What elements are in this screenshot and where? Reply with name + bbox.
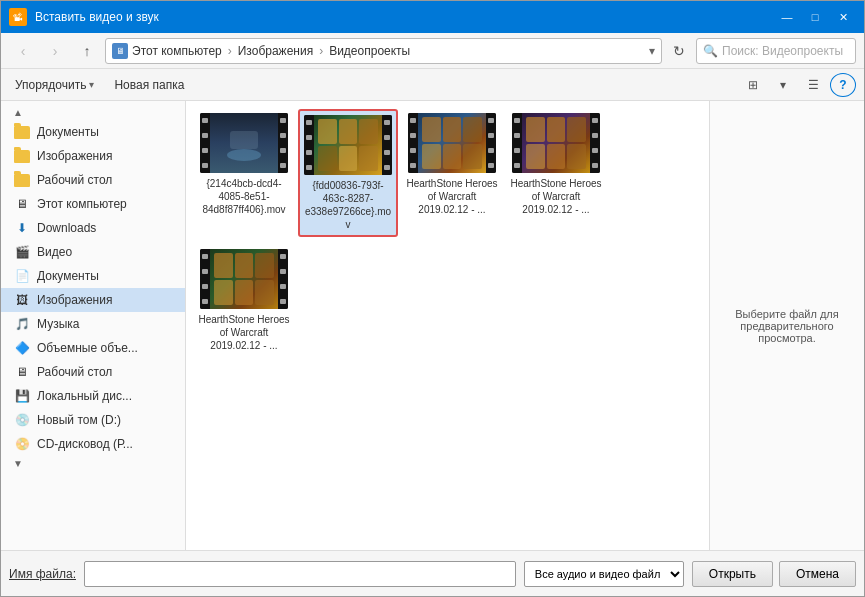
new-folder-label: Новая папка (114, 78, 184, 92)
file-item[interactable]: HearthStone Heroes of Warcraft 2019.02.1… (506, 109, 606, 237)
back-button[interactable]: ‹ (9, 38, 37, 64)
window: 📽 Вставить видео и звук — □ ✕ ‹ › ↑ 🖥 Эт… (0, 0, 865, 597)
preview-panel: Выберите файл для предварительного просм… (709, 101, 864, 550)
organize-label: Упорядочить (15, 78, 86, 92)
view-dropdown-icon[interactable]: ▾ (770, 73, 796, 97)
sidebar-item-label: Рабочий стол (37, 365, 112, 379)
images-icon: 🖼 (13, 292, 31, 308)
view-list-icon[interactable]: ☰ (800, 73, 826, 97)
search-box[interactable]: 🔍 Поиск: Видеопроекты (696, 38, 856, 64)
film-strip-left (200, 249, 210, 309)
chevron-icon: › (228, 44, 232, 58)
sidebar-item-label: Видео (37, 245, 72, 259)
chevron-icon-2: › (319, 44, 323, 58)
maximize-button[interactable]: □ (802, 7, 828, 27)
sidebar-item-label: CD-дисковод (Р... (37, 437, 133, 451)
thumbnail (512, 113, 600, 173)
sidebar-item-documents[interactable]: Документы (1, 120, 185, 144)
open-button[interactable]: Открыть (692, 561, 773, 587)
forward-button[interactable]: › (41, 38, 69, 64)
file-item[interactable]: HearthStone Heroes of Warcraft 2019.02.1… (194, 245, 294, 356)
thumb-image (210, 249, 278, 309)
sidebar-item-video[interactable]: 🎬 Видео (1, 240, 185, 264)
thumb-image (522, 113, 590, 173)
scroll-up[interactable]: ▲ (1, 105, 185, 120)
disk-icon: 💾 (13, 388, 31, 404)
sidebar-item-music[interactable]: 🎵 Музыка (1, 312, 185, 336)
film-strip-left (512, 113, 522, 173)
address-path-2: Изображения (238, 44, 313, 58)
cd-icon: 📀 (13, 436, 31, 452)
bottombar: Имя файла: Все аудио и видео файлы (*.ai… (1, 550, 864, 596)
sidebar-item-computer[interactable]: 🖥 Этот компьютер (1, 192, 185, 216)
sidebar-item-label: Этот компьютер (37, 197, 127, 211)
sidebar-item-label: Музыка (37, 317, 79, 331)
address-path: Этот компьютер (132, 44, 222, 58)
desktop-icon: 🖥 (13, 364, 31, 380)
file-item[interactable]: HearthStone Heroes of Warcraft 2019.02.1… (402, 109, 502, 237)
up-button[interactable]: ↑ (73, 38, 101, 64)
film-strip-right (486, 113, 496, 173)
sidebar-item-3d[interactable]: 🔷 Объемные объе... (1, 336, 185, 360)
film-strip-right (590, 113, 600, 173)
video-icon: 🎬 (13, 244, 31, 260)
organize-arrow-icon: ▾ (89, 79, 94, 90)
address-bar[interactable]: 🖥 Этот компьютер › Изображения › Видеопр… (105, 38, 662, 64)
sidebar-item-downloads[interactable]: ⬇ Downloads (1, 216, 185, 240)
download-icon: ⬇ (13, 220, 31, 236)
new-folder-button[interactable]: Новая папка (108, 75, 190, 95)
filename-label: Имя файла: (9, 567, 76, 581)
file-name: HearthStone Heroes of Warcraft 2019.02.1… (406, 177, 498, 216)
scroll-down[interactable]: ▼ (1, 456, 185, 471)
film-strip-left (200, 113, 210, 173)
file-name: {214c4bcb-dcd4-4085-8e51-84d8f87ff406}.m… (198, 177, 290, 216)
film-strip-right (278, 113, 288, 173)
address-icon: 🖥 (112, 43, 128, 59)
sidebar-item-images[interactable]: Изображения (1, 144, 185, 168)
film-strip-right (382, 115, 392, 175)
sidebar-item-local-disk[interactable]: 💾 Локальный дис... (1, 384, 185, 408)
file-item-selected[interactable]: {fdd00836-793f-463c-8287-e338e97266ce}.m… (298, 109, 398, 237)
cancel-button[interactable]: Отмена (779, 561, 856, 587)
filename-input[interactable] (84, 561, 516, 587)
sidebar-item-cd[interactable]: 📀 CD-дисковод (Р... (1, 432, 185, 456)
sidebar-item-desktop2[interactable]: 🖥 Рабочий стол (1, 360, 185, 384)
window-title: Вставить видео и звук (35, 10, 774, 24)
minimize-button[interactable]: — (774, 7, 800, 27)
address-dropdown-icon[interactable]: ▾ (649, 44, 655, 58)
sidebar-item-label: Изображения (37, 293, 112, 307)
film-strip-right (278, 249, 288, 309)
3d-icon: 🔷 (13, 340, 31, 356)
help-icon[interactable]: ? (830, 73, 856, 97)
thumb-image (210, 113, 278, 173)
file-item[interactable]: {214c4bcb-dcd4-4085-8e51-84d8f87ff406}.m… (194, 109, 294, 237)
organize-button[interactable]: Упорядочить ▾ (9, 75, 100, 95)
main-area: ▲ Документы Изображения Рабочий стол 🖥 Э… (1, 101, 864, 550)
sidebar-item-docs2[interactable]: 📄 Документы (1, 264, 185, 288)
sidebar-item-images2[interactable]: 🖼 Изображения (1, 288, 185, 312)
thumbnail (304, 115, 392, 175)
refresh-button[interactable]: ↻ (666, 38, 692, 64)
sidebar-item-label: Документы (37, 269, 99, 283)
computer-icon: 🖥 (13, 196, 31, 212)
sidebar-item-label: Новый том (D:) (37, 413, 121, 427)
file-grid: {214c4bcb-dcd4-4085-8e51-84d8f87ff406}.m… (194, 109, 701, 542)
filetype-select[interactable]: Все аудио и видео файлы (*.ai (524, 561, 684, 587)
file-name: HearthStone Heroes of Warcraft 2019.02.1… (510, 177, 602, 216)
file-name: {fdd00836-793f-463c-8287-e338e97266ce}.m… (304, 179, 392, 231)
view-icon-large[interactable]: ⊞ (740, 73, 766, 97)
sidebar-item-label: Изображения (37, 149, 112, 163)
search-icon: 🔍 (703, 44, 718, 58)
film-strip-left (408, 113, 418, 173)
bottom-buttons: Открыть Отмена (692, 561, 856, 587)
view-controls: ⊞ ▾ ☰ ? (740, 73, 856, 97)
thumb-image (418, 113, 486, 173)
close-button[interactable]: ✕ (830, 7, 856, 27)
sidebar-item-drive-d[interactable]: 💿 Новый том (D:) (1, 408, 185, 432)
folder-icon (13, 172, 31, 188)
sidebar-item-desktop[interactable]: Рабочий стол (1, 168, 185, 192)
toolbar: ‹ › ↑ 🖥 Этот компьютер › Изображения › В… (1, 33, 864, 69)
sidebar-item-label: Рабочий стол (37, 173, 112, 187)
titlebar: 📽 Вставить видео и звук — □ ✕ (1, 1, 864, 33)
file-name: HearthStone Heroes of Warcraft 2019.02.1… (198, 313, 290, 352)
